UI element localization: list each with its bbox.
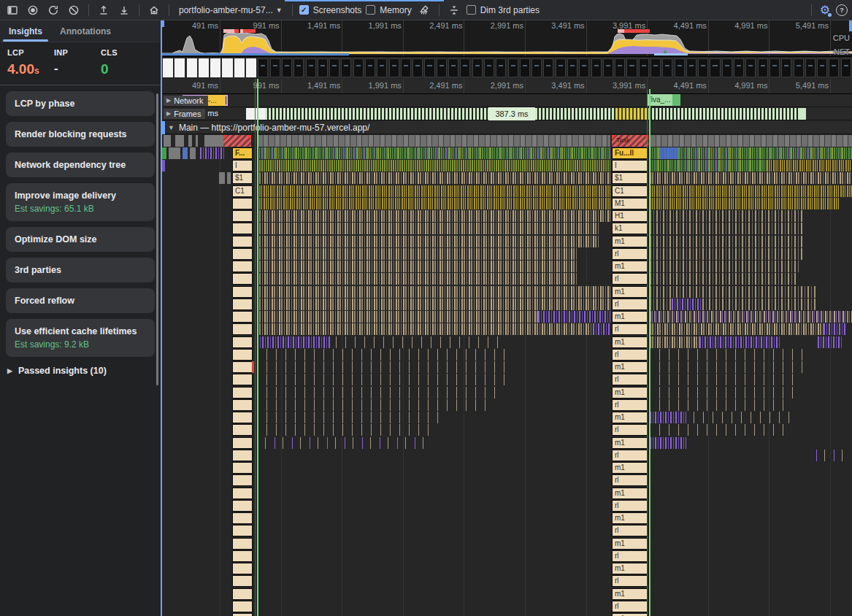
- flame-segment[interactable]: [650, 198, 840, 209]
- flame-segment[interactable]: [650, 210, 803, 222]
- flame-call-frame[interactable]: [232, 236, 253, 247]
- flame-call-frame[interactable]: rl: [612, 248, 648, 260]
- screenshot-frame[interactable]: [508, 58, 518, 77]
- screenshot-frame[interactable]: [460, 58, 470, 77]
- flame-function-call[interactable]: F...: [232, 147, 253, 159]
- flame-segment[interactable]: [257, 361, 511, 373]
- flame-segment[interactable]: [694, 412, 796, 423]
- flame-call-frame[interactable]: [232, 462, 253, 474]
- flame-segment[interactable]: [204, 135, 223, 147]
- screenshot-frame[interactable]: [520, 58, 530, 77]
- insight-card[interactable]: LCP by phase: [6, 91, 155, 116]
- timeline-overview[interactable]: 491 ms991 ms1,491 ms1,991 ms2,491 ms2,99…: [162, 20, 852, 57]
- screenshot-frame[interactable]: [293, 58, 304, 77]
- flame-segment[interactable]: [227, 172, 231, 184]
- flame-segment[interactable]: [257, 172, 610, 184]
- flame-segment[interactable]: [190, 147, 196, 159]
- flame-segment[interactable]: [257, 412, 440, 423]
- screenshot-frame[interactable]: [246, 58, 256, 77]
- screenshot-frame[interactable]: [626, 58, 637, 77]
- flame-segment[interactable]: [650, 387, 796, 399]
- flame-call-frame[interactable]: [232, 512, 253, 524]
- flame-call-frame[interactable]: [232, 525, 253, 536]
- screenshot-frame[interactable]: [805, 58, 815, 77]
- help-icon[interactable]: ?: [836, 4, 848, 16]
- screenshot-frame[interactable]: [365, 58, 375, 77]
- flame-segment[interactable]: [767, 160, 852, 172]
- flame-call-frame[interactable]: m1: [612, 512, 648, 524]
- flame-segment[interactable]: [650, 147, 852, 159]
- flame-segment[interactable]: [252, 361, 254, 373]
- inp-metric[interactable]: INP -: [54, 48, 101, 77]
- flame-segment[interactable]: [257, 286, 610, 298]
- screenshot-frame[interactable]: [234, 58, 245, 77]
- flame-call-frame[interactable]: [232, 613, 253, 616]
- flame-call-frame[interactable]: [232, 323, 253, 335]
- flame-call-frame[interactable]: [232, 412, 253, 423]
- frames-track-label[interactable]: ▶ Frames: [164, 109, 205, 119]
- flame-call-frame[interactable]: [232, 273, 253, 285]
- screenshot-frame[interactable]: [496, 58, 506, 77]
- flame-segment[interactable]: [699, 336, 780, 348]
- flame-task-bar[interactable]: [257, 135, 610, 147]
- network-track-label[interactable]: ▶ Network: [164, 96, 208, 106]
- screenshot-frame[interactable]: [722, 58, 732, 77]
- screenshot-frame[interactable]: [163, 58, 173, 77]
- flame-call-frame[interactable]: rl: [612, 299, 648, 310]
- flame-call-frame[interactable]: rl: [612, 323, 648, 335]
- screenshot-frame[interactable]: [675, 58, 685, 77]
- reload-record-icon[interactable]: [45, 2, 61, 18]
- font-request-bar[interactable]: fiva_...: [647, 94, 680, 106]
- insight-card[interactable]: Network dependency tree: [6, 153, 155, 177]
- flame-call-frame[interactable]: m1: [612, 236, 648, 247]
- flame-segment[interactable]: [650, 323, 825, 335]
- flame-call-frame[interactable]: m1: [612, 488, 648, 499]
- flame-call-frame[interactable]: [232, 198, 253, 209]
- flame-segment[interactable]: [650, 361, 803, 373]
- flame-segment[interactable]: [650, 261, 799, 272]
- network-track[interactable]: -... ▶ Network fiva_...: [162, 94, 852, 107]
- flame-long-task[interactable]: Task: [612, 135, 648, 147]
- flame-call-frame[interactable]: rl: [612, 273, 648, 285]
- flame-segment[interactable]: [257, 299, 610, 310]
- flame-segment[interactable]: [650, 160, 767, 172]
- screenshot-frame[interactable]: [448, 58, 458, 77]
- screenshot-frame[interactable]: [377, 58, 387, 77]
- flame-call-frame[interactable]: [232, 450, 253, 461]
- flame-call-frame[interactable]: M1: [612, 198, 648, 209]
- flame-segment[interactable]: [257, 261, 578, 272]
- flame-call-frame[interactable]: [232, 488, 253, 499]
- flame-segment[interactable]: [257, 399, 491, 411]
- flame-segment[interactable]: [650, 311, 852, 323]
- flame-long-task[interactable]: [223, 135, 251, 147]
- screenshot-frame[interactable]: [282, 58, 292, 77]
- screenshot-frame[interactable]: [484, 58, 494, 77]
- screenshot-frame[interactable]: [579, 58, 589, 77]
- dim-3rd-parties-checkbox[interactable]: Dim 3rd parties: [467, 5, 540, 15]
- flame-segment[interactable]: [538, 311, 610, 323]
- screenshot-frame[interactable]: [401, 58, 411, 77]
- dock-panel-icon[interactable]: [4, 2, 20, 18]
- screenshot-frame[interactable]: [222, 58, 232, 77]
- screenshot-frame[interactable]: [556, 58, 566, 77]
- flame-segment[interactable]: [257, 236, 600, 247]
- screenshot-frame[interactable]: [437, 58, 447, 77]
- flame-segment[interactable]: [818, 336, 842, 348]
- clear-icon[interactable]: [66, 2, 82, 18]
- screenshot-frame[interactable]: [794, 58, 804, 77]
- flame-call-frame[interactable]: [232, 437, 253, 449]
- flame-segment[interactable]: [816, 450, 847, 461]
- insight-card[interactable]: Improve image deliveryEst savings: 65.1 …: [6, 183, 155, 221]
- flame-segment[interactable]: [650, 223, 803, 234]
- flame-call-frame[interactable]: [232, 550, 253, 562]
- flame-call-frame[interactable]: [232, 299, 253, 310]
- flame-call-frame[interactable]: [232, 336, 253, 348]
- flame-segment[interactable]: [188, 135, 192, 147]
- flame-call-frame[interactable]: C1: [612, 185, 648, 197]
- flame-segment[interactable]: [257, 336, 330, 348]
- flame-segment[interactable]: [175, 135, 184, 147]
- screenshot-frame[interactable]: [650, 58, 661, 77]
- screenshot-frame[interactable]: [353, 58, 364, 77]
- main-thread-track-header[interactable]: ▼ Main — https://portfolio-amber-mu-57.v…: [162, 121, 852, 134]
- flame-segment[interactable]: [659, 147, 678, 159]
